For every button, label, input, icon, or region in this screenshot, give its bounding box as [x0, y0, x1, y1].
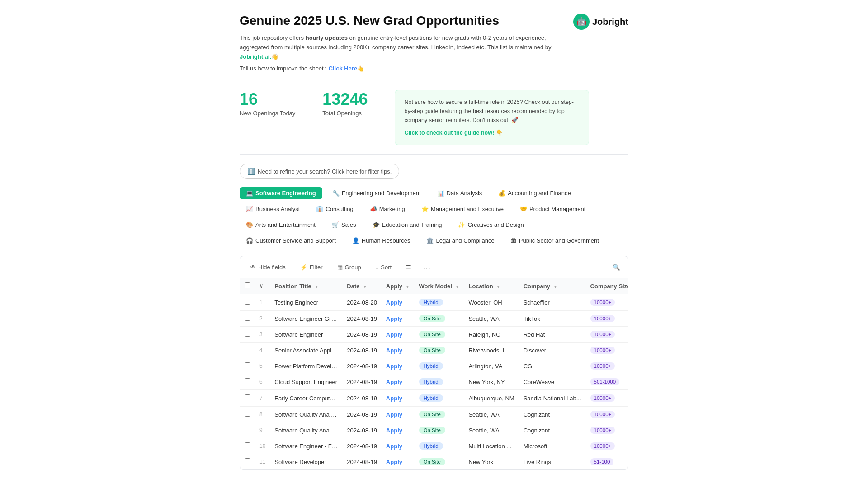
search-button[interactable]: 🔍	[610, 261, 623, 273]
group-label: Group	[345, 264, 361, 271]
apply-button[interactable]: Apply	[386, 395, 402, 402]
table-row: 4Senior Associate Applic...2024-08-19App…	[240, 343, 628, 358]
logo: 🤖 Jobright	[573, 14, 628, 30]
category-tab-engineering-development[interactable]: 🔧Engineering and Development	[326, 187, 427, 199]
category-tab-sales[interactable]: 🛒Sales	[326, 219, 363, 231]
sort-button[interactable]: ↕ Sort	[371, 262, 396, 272]
row-checkbox[interactable]	[245, 378, 250, 384]
category-tab-customer-service[interactable]: 🎧Customer Service and Support	[240, 235, 342, 247]
category-tab-business-analyst[interactable]: 📈Business Analyst	[240, 203, 306, 215]
category-tab-education-training[interactable]: 🎓Education and Training	[366, 219, 448, 231]
table-row: 8Software Quality Analyst2024-08-19Apply…	[240, 407, 628, 422]
apply-button[interactable]: Apply	[386, 363, 402, 370]
row-number: 8	[255, 407, 270, 422]
company-cell: Schaeffler	[519, 294, 586, 311]
filter-tip[interactable]: ℹ️ Need to refine your search? Click her…	[240, 164, 399, 179]
category-tab-legal-compliance[interactable]: 🏛️Legal and Compliance	[420, 235, 500, 247]
row-checkbox[interactable]	[245, 362, 250, 368]
location-cell: Wooster, OH	[464, 294, 519, 311]
col-header-location[interactable]: Location ▼	[464, 278, 519, 294]
row-height-button[interactable]: ☰	[401, 262, 416, 272]
category-tab-consulting[interactable]: 👔Consulting	[310, 203, 359, 215]
location-cell: Seattle, WA	[464, 407, 519, 422]
improve-link[interactable]: Click Here👆	[329, 65, 365, 72]
apply-button[interactable]: Apply	[386, 379, 402, 385]
filter-button[interactable]: ⚡ Filter	[296, 262, 327, 272]
apply-button[interactable]: Apply	[386, 459, 402, 465]
filter-label: Filter	[310, 264, 323, 271]
apply-button[interactable]: Apply	[386, 315, 402, 322]
row-num-header: #	[255, 278, 270, 294]
category-tabs: 💻Software Engineering🔧Engineering and De…	[240, 187, 628, 247]
select-all-checkbox[interactable]	[245, 282, 250, 288]
sort-label: Sort	[381, 264, 392, 271]
category-tab-accounting-finance[interactable]: 💰Accounting and Finance	[492, 187, 577, 199]
row-checkbox[interactable]	[245, 427, 250, 432]
apply-cell: Apply	[382, 374, 415, 390]
apply-cell: Apply	[382, 454, 415, 470]
row-checkbox[interactable]	[245, 331, 250, 337]
company-size-cell: 10000+	[586, 311, 628, 327]
hide-fields-button[interactable]: 👁 Hide fields	[245, 262, 290, 272]
col-header-date[interactable]: Date ▼	[342, 278, 382, 294]
company-size-cell: 10000+	[586, 343, 628, 358]
category-tab-human-resources[interactable]: 👤Human Resources	[346, 235, 417, 247]
category-tab-marketing[interactable]: 📣Marketing	[363, 203, 411, 215]
table-row: 2Software Engineer Gra...2024-08-19Apply…	[240, 311, 628, 327]
col-header-company-size[interactable]: Company Size ▼	[586, 278, 628, 294]
category-label: Business Analyst	[255, 206, 300, 212]
row-checkbox[interactable]	[245, 411, 250, 417]
promo-box: Not sure how to secure a full-time role …	[395, 90, 589, 145]
apply-button[interactable]: Apply	[386, 443, 402, 450]
col-header-apply[interactable]: Apply ▼	[382, 278, 415, 294]
date-cell: 2024-08-19	[342, 390, 382, 407]
row-checkbox[interactable]	[245, 315, 250, 321]
work-model-badge: On Site	[419, 458, 445, 465]
category-tab-creatives-design[interactable]: ✨Creatives and Design	[452, 219, 530, 231]
search-icon: 🔍	[613, 264, 620, 271]
date-cell: 2024-08-19	[342, 407, 382, 422]
apply-button[interactable]: Apply	[386, 427, 402, 434]
row-checkbox[interactable]	[245, 442, 250, 448]
category-label: Sales	[341, 221, 356, 228]
category-tab-data-analysis[interactable]: 📊Data Analysis	[431, 187, 489, 199]
category-tab-management-executive[interactable]: ⭐Management and Executive	[415, 203, 510, 215]
date-cell: 2024-08-19	[342, 454, 382, 470]
date-cell: 2024-08-19	[342, 311, 382, 327]
category-tab-arts-entertainment[interactable]: 🎨Arts and Entertainment	[240, 219, 322, 231]
work-model-badge: Hybrid	[419, 442, 443, 450]
apply-button[interactable]: Apply	[386, 299, 402, 306]
category-tab-software-engineering[interactable]: 💻Software Engineering	[240, 187, 322, 199]
work-model-badge: Hybrid	[419, 394, 443, 402]
apply-button[interactable]: Apply	[386, 347, 402, 354]
row-checkbox[interactable]	[245, 347, 250, 352]
row-checkbox[interactable]	[245, 458, 250, 464]
row-number: 5	[255, 358, 270, 374]
row-number: 6	[255, 374, 270, 390]
group-button[interactable]: ▦ Group	[333, 262, 366, 272]
row-height-icon: ☰	[406, 264, 411, 271]
category-label: Customer Service and Support	[255, 237, 336, 244]
jobright-link[interactable]: Jobright.ai.👋	[240, 53, 278, 60]
col-header-work-model[interactable]: Work Model ▼	[415, 278, 464, 294]
row-number: 4	[255, 343, 270, 358]
category-tab-product-management[interactable]: 🤝Product Management	[514, 203, 592, 215]
size-badge: 10000+	[590, 331, 615, 338]
promo-link[interactable]: Click to check out the guide now! 👇	[404, 130, 503, 136]
work-model-cell: Hybrid	[415, 390, 464, 407]
col-header-position-title[interactable]: Position Title ▼	[270, 278, 342, 294]
apply-button[interactable]: Apply	[386, 331, 402, 338]
apply-button[interactable]: Apply	[386, 411, 402, 418]
row-checkbox[interactable]	[245, 394, 250, 400]
row-number: 10	[255, 438, 270, 454]
table-row: 7Early Career Computer ...2024-08-19Appl…	[240, 390, 628, 407]
row-checkbox[interactable]	[245, 299, 250, 305]
col-header-company[interactable]: Company ▼	[519, 278, 586, 294]
category-tab-public-sector[interactable]: 🏛Public Sector and Government	[505, 235, 605, 247]
work-model-cell: Hybrid	[415, 374, 464, 390]
new-openings-stat: 16 New Openings Today	[240, 90, 295, 117]
more-options[interactable]: ...	[423, 263, 431, 271]
row-checkbox-cell	[240, 294, 255, 311]
category-icon: 🎓	[373, 221, 380, 228]
sort-arrow-icon: ▼	[455, 284, 460, 289]
